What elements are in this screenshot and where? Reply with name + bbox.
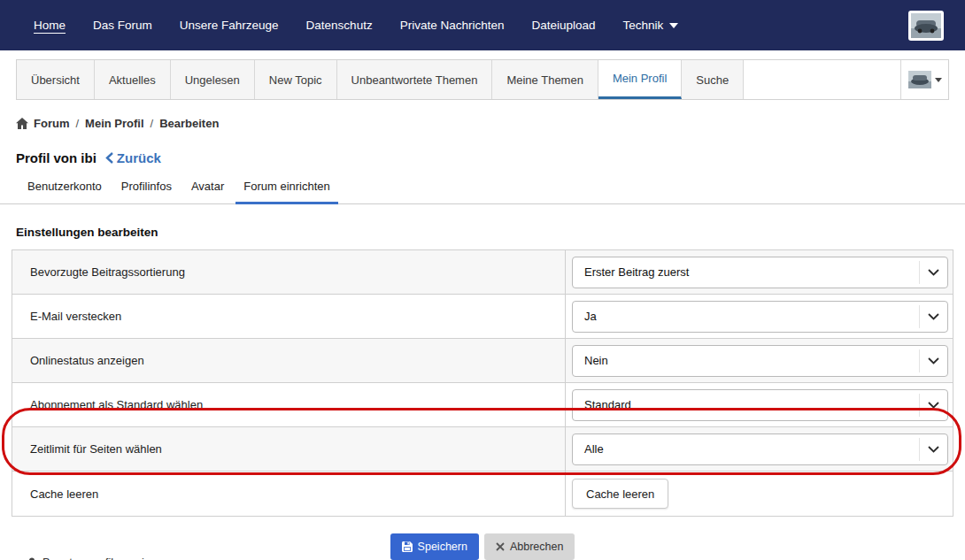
close-icon: [496, 542, 505, 551]
cache-leeren-button[interactable]: Cache leeren: [572, 479, 668, 509]
profile-tabs: Benutzerkonto Profilinfos Avatar Forum e…: [0, 180, 965, 204]
save-button[interactable]: Speichern: [390, 533, 479, 560]
tabstrip-spacer: [744, 60, 900, 99]
onlinestatus-select[interactable]: Nein: [572, 345, 948, 377]
nav-item-private-nachrichten[interactable]: Private Nachrichten: [400, 19, 505, 32]
breadcrumb-separator: /: [151, 117, 154, 130]
nav-item-dateiupload[interactable]: Dateiupload: [531, 19, 595, 32]
setting-row-cache-leeren: Cache leeren Cache leeren: [12, 472, 953, 516]
setting-label: Zeitlimit für Seiten wählen: [12, 427, 566, 471]
select-value: Alle: [584, 442, 604, 456]
back-link[interactable]: Zurück: [105, 150, 161, 165]
tab-new-topic[interactable]: New Topic: [255, 60, 337, 99]
setting-control-cell: Nein: [566, 339, 953, 382]
setting-label: Bevorzugte Beitragssortierung: [12, 250, 566, 294]
chevron-left-icon: [105, 152, 113, 164]
breadcrumb-bearbeiten: Bearbeiten: [159, 117, 219, 130]
tab-benutzerkonto[interactable]: Benutzerkonto: [18, 180, 112, 203]
chevron-down-icon: [919, 305, 947, 328]
tab-unbeantwortete-themen[interactable]: Unbeantwortete Themen: [337, 60, 493, 99]
cancel-button-label: Abbrechen: [510, 541, 563, 553]
top-navbar: Home Das Forum Unsere Fahrzeuge Datensch…: [0, 0, 965, 50]
breadcrumb: Forum / Mein Profil / Bearbeiten: [16, 116, 965, 130]
chevron-down-icon: [935, 78, 942, 82]
setting-label: E-Mail verstecken: [12, 295, 566, 338]
nav-item-unsere-fahrzeuge[interactable]: Unsere Fahrzeuge: [180, 19, 279, 32]
page-title: Profil von ibi: [16, 150, 96, 165]
section-heading: Einstellungen bearbeiten: [16, 226, 965, 239]
select-value: Ja: [584, 310, 597, 323]
save-button-label: Speichern: [418, 541, 467, 553]
breadcrumb-mein-profil[interactable]: Mein Profil: [85, 117, 143, 130]
tab-suche[interactable]: Suche: [682, 60, 744, 99]
nav-item-das-forum[interactable]: Das Forum: [93, 19, 152, 32]
nav-item-technik-label: Technik: [623, 19, 664, 32]
chevron-down-icon: [669, 23, 678, 28]
setting-label: Abonnement als Standard wählen: [12, 383, 566, 426]
chevron-down-icon: [919, 438, 947, 461]
chevron-down-icon: [919, 349, 947, 372]
main-nav: Home Das Forum Unsere Fahrzeuge Datensch…: [34, 19, 678, 32]
tab-meine-themen[interactable]: Meine Themen: [492, 60, 598, 99]
tab-aktuelles[interactable]: Aktuelles: [95, 60, 171, 99]
tab-uebersicht[interactable]: Übersicht: [17, 60, 95, 99]
forum-tabbar: Übersicht Aktuelles Ungelesen New Topic …: [16, 59, 949, 100]
select-value: Standard: [584, 398, 631, 411]
page-title-row: Profil von ibi Zurück: [16, 150, 965, 165]
tab-forum-einrichten[interactable]: Forum einrichten: [234, 180, 340, 203]
setting-control-cell: Ja: [566, 295, 953, 338]
nav-item-technik[interactable]: Technik: [623, 19, 679, 32]
chevron-down-icon: [919, 261, 947, 284]
setting-control-cell: Alle: [566, 427, 953, 471]
tab-ungelesen[interactable]: Ungelesen: [171, 60, 255, 99]
user-icon: [27, 557, 37, 560]
view-profile-link-label: Benutzerprofil anzeigen: [42, 556, 164, 560]
nav-item-datenschutz[interactable]: Datenschutz: [306, 19, 373, 32]
tab-avatar[interactable]: Avatar: [181, 180, 234, 203]
setting-row-email-verstecken: E-Mail verstecken Ja: [12, 295, 953, 339]
breadcrumb-separator: /: [75, 117, 79, 130]
settings-table: Bevorzugte Beitragssortierung Erster Bei…: [12, 249, 953, 517]
user-menu-avatar-image: [908, 71, 931, 88]
email-verstecken-select[interactable]: Ja: [572, 301, 948, 333]
select-value: Erster Beitrag zuerst: [584, 265, 690, 279]
setting-label: Cache leeren: [12, 472, 566, 516]
setting-control-cell: Erster Beitrag zuerst: [566, 250, 953, 294]
abonnement-select[interactable]: Standard: [572, 389, 948, 421]
setting-row-beitragssortierung: Bevorzugte Beitragssortierung Erster Bei…: [12, 250, 953, 295]
setting-row-abonnement: Abonnement als Standard wählen Standard: [12, 383, 953, 427]
select-value: Nein: [584, 354, 608, 367]
tab-profilinfos[interactable]: Profilinfos: [112, 180, 181, 203]
user-menu-button[interactable]: [900, 60, 948, 99]
cancel-button[interactable]: Abbrechen: [484, 533, 575, 560]
user-avatar[interactable]: [908, 11, 944, 41]
setting-control-cell: Standard: [566, 383, 953, 426]
beitragssortierung-select[interactable]: Erster Beitrag zuerst: [572, 257, 948, 288]
chevron-down-icon: [919, 394, 947, 417]
breadcrumb-forum[interactable]: Forum: [16, 117, 69, 130]
setting-row-onlinestatus: Onlinestatus anzeigen Nein: [12, 339, 953, 383]
breadcrumb-forum-label: Forum: [34, 117, 69, 130]
nav-item-home[interactable]: Home: [34, 19, 66, 32]
save-icon: [402, 541, 413, 552]
tab-mein-profil[interactable]: Mein Profil: [598, 60, 682, 99]
setting-row-zeitlimit: Zeitlimit für Seiten wählen Alle: [12, 427, 953, 472]
setting-label: Onlinestatus anzeigen: [12, 339, 566, 382]
home-icon: [16, 118, 28, 129]
avatar-car-image: [911, 13, 941, 38]
zeitlimit-select[interactable]: Alle: [572, 433, 948, 465]
back-link-label: Zurück: [117, 150, 161, 165]
setting-control-cell: Cache leeren: [566, 472, 953, 516]
view-profile-link[interactable]: Benutzerprofil anzeigen: [27, 556, 164, 560]
